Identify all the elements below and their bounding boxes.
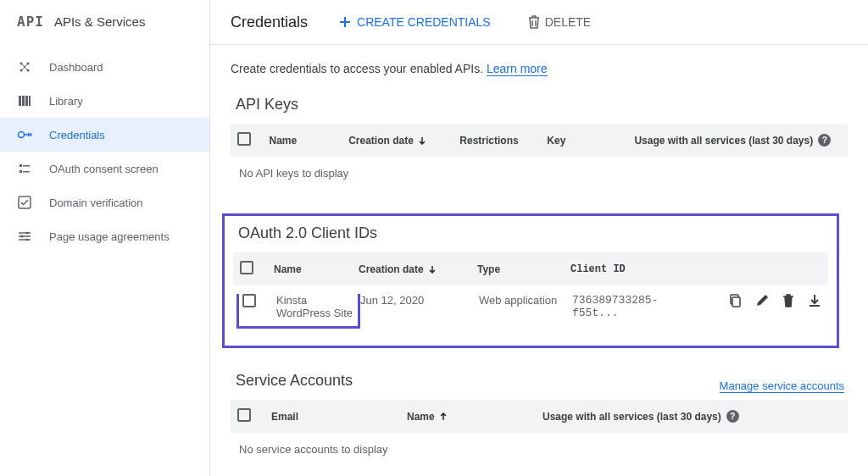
col-usage-label: Usage with all services (last 30 days)	[634, 135, 813, 147]
sidebar-item-dashboard[interactable]: Dashboard	[0, 50, 209, 84]
consent-icon	[17, 161, 32, 176]
service-accounts-empty: No service accounts to display	[231, 433, 848, 466]
content: Create credentials to access your enable…	[210, 45, 868, 476]
api-logo: API	[17, 14, 44, 30]
col-date-label: Creation date	[359, 263, 424, 275]
row-type: Web application	[479, 294, 572, 307]
main: Credentials CREATE CREDENTIALS DELETE Cr…	[210, 0, 868, 476]
row-clientid: 736389733285-f55t...	[572, 294, 703, 319]
col-name-label: Name	[407, 411, 435, 423]
row-date: Jun 12, 2020	[360, 294, 479, 307]
oauth-title: OAuth 2.0 Client IDs	[233, 224, 828, 242]
service-accounts-title: Service Accounts	[231, 372, 353, 390]
svg-rect-6	[25, 96, 28, 106]
sidebar-item-label: Page usage agreements	[49, 230, 170, 243]
row-name[interactable]: Kinsta WordPress Site	[276, 294, 358, 319]
api-keys-title: API Keys	[231, 96, 848, 113]
col-email[interactable]: Email	[271, 411, 407, 423]
sidebar-nav: Dashboard Library Credentials OAuth cons…	[0, 43, 209, 253]
svg-point-8	[19, 132, 25, 138]
check-icon	[17, 195, 32, 210]
col-name[interactable]: Name	[407, 411, 542, 423]
create-credentials-button[interactable]: CREATE CREDENTIALS	[331, 10, 498, 34]
svg-rect-12	[23, 171, 30, 173]
svg-rect-18	[732, 297, 740, 307]
col-usage-label: Usage with all services (last 30 days)	[542, 411, 721, 423]
arrow-down-icon	[427, 264, 437, 274]
learn-more-link[interactable]: Learn more	[487, 62, 548, 76]
delete-icon[interactable]	[782, 294, 794, 307]
col-date-label: Creation date	[348, 135, 414, 147]
sidebar-item-label: Domain verification	[49, 196, 143, 209]
api-keys-table: Name Creation date Restrictions Key Usag…	[231, 124, 848, 190]
select-all-checkbox[interactable]	[237, 408, 251, 422]
create-credentials-label: CREATE CREDENTIALS	[357, 15, 491, 29]
arrow-down-icon	[417, 136, 427, 146]
download-icon[interactable]	[808, 294, 821, 307]
help-icon[interactable]: ?	[818, 134, 831, 147]
col-date[interactable]: Creation date	[348, 135, 459, 147]
sidebar-item-credentials[interactable]: Credentials	[0, 118, 209, 152]
library-icon	[17, 93, 32, 108]
sidebar-item-page-usage[interactable]: Page usage agreements	[0, 219, 209, 253]
col-usage[interactable]: Usage with all services (last 30 days) ?	[634, 134, 841, 147]
key-icon	[17, 127, 32, 142]
sidebar-item-label: OAuth consent screen	[49, 163, 159, 175]
sidebar-item-label: Dashboard	[49, 61, 103, 74]
sidebar-item-oauth-consent[interactable]: OAuth consent screen	[0, 152, 209, 185]
row-checkbox[interactable]	[242, 294, 256, 307]
col-restrictions[interactable]: Restrictions	[459, 135, 547, 147]
svg-rect-10	[23, 165, 30, 167]
col-usage[interactable]: Usage with all services (last 30 days) ?	[542, 410, 763, 423]
plus-icon	[338, 15, 352, 29]
trash-icon	[528, 15, 540, 29]
intro-text: Create credentials to access your enable…	[210, 62, 848, 75]
col-type[interactable]: Type	[477, 263, 570, 275]
sidebar-item-label: Library	[49, 95, 83, 108]
svg-rect-4	[19, 96, 21, 106]
edit-icon[interactable]	[755, 294, 769, 307]
table-row: Kinsta WordPress Site Jun 12, 2020 Web a…	[233, 285, 828, 337]
sidebar-item-label: Credentials	[49, 129, 105, 141]
col-name[interactable]: Name	[269, 135, 348, 147]
table-head: Name Creation date Restrictions Key Usag…	[231, 124, 848, 157]
col-name[interactable]: Name	[274, 263, 359, 275]
table-head: Email Name Usage with all services (last…	[231, 400, 848, 433]
oauth-section: OAuth 2.0 Client IDs Name Creation date …	[222, 213, 839, 348]
svg-rect-7	[29, 96, 31, 106]
arrow-up-icon	[438, 412, 448, 422]
service-accounts-section: Service Accounts Manage service accounts…	[210, 372, 848, 466]
sidebar-item-domain-verification[interactable]: Domain verification	[0, 185, 209, 219]
page-title: Credentials	[231, 14, 308, 31]
svg-rect-9	[19, 164, 22, 167]
svg-point-15	[21, 235, 24, 238]
delete-button[interactable]: DELETE	[521, 10, 598, 34]
select-all-checkbox[interactable]	[240, 261, 253, 274]
svg-rect-11	[19, 170, 22, 173]
svg-point-16	[26, 239, 29, 241]
help-icon[interactable]: ?	[726, 410, 739, 423]
dashboard-icon	[17, 59, 32, 75]
manage-service-accounts-link[interactable]: Manage service accounts	[720, 379, 844, 393]
intro-text-span: Create credentials to access your enable…	[231, 62, 483, 75]
sidebar: API APIs & Services Dashboard Library	[0, 0, 210, 476]
api-keys-section: API Keys Name Creation date Restrictions…	[210, 96, 848, 190]
service-accounts-table: Email Name Usage with all services (last…	[231, 400, 848, 466]
col-clientid[interactable]: Client ID	[570, 263, 703, 275]
delete-label: DELETE	[545, 15, 591, 29]
svg-point-14	[26, 232, 29, 235]
api-keys-empty: No API keys to display	[231, 157, 848, 190]
sidebar-brand-title: APIs & Services	[54, 14, 146, 29]
svg-rect-5	[22, 96, 25, 106]
table-head: Name Creation date Type Client ID	[233, 252, 828, 285]
copy-icon[interactable]	[728, 294, 742, 307]
sidebar-item-library[interactable]: Library	[0, 84, 209, 118]
oauth-table: Name Creation date Type Client ID Kinsta…	[233, 252, 828, 337]
main-header: Credentials CREATE CREDENTIALS DELETE	[210, 0, 868, 45]
col-date[interactable]: Creation date	[359, 263, 477, 275]
select-all-checkbox[interactable]	[237, 132, 251, 146]
sidebar-header: API APIs & Services	[0, 0, 209, 43]
col-key[interactable]: Key	[547, 135, 634, 147]
settings-icon	[17, 229, 32, 244]
